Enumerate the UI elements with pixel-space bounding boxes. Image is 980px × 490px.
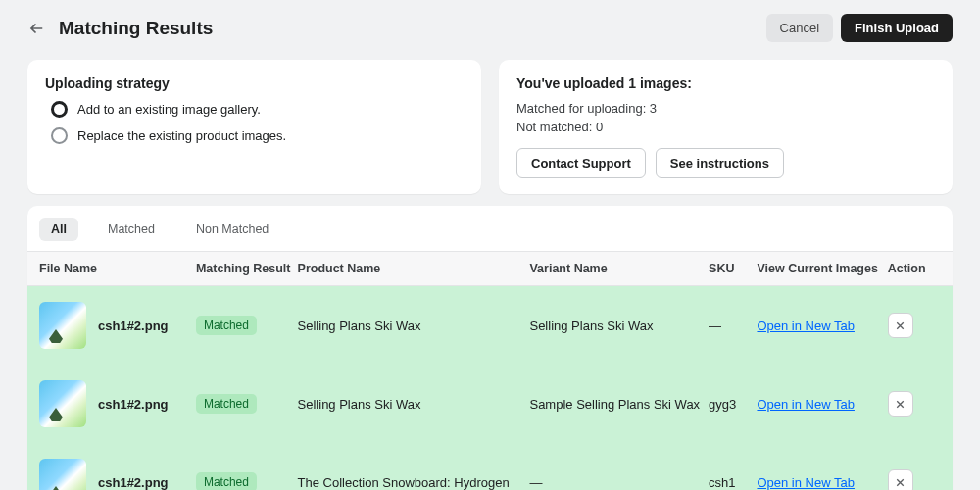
sku: gyg3 — [709, 397, 757, 412]
finish-upload-button[interactable]: Finish Upload — [841, 14, 953, 42]
back-arrow-icon[interactable] — [27, 19, 47, 38]
cancel-button[interactable]: Cancel — [766, 14, 833, 42]
product-name: Selling Plans Ski Wax — [298, 397, 530, 412]
open-new-tab-link[interactable]: Open in New Tab — [757, 397, 855, 412]
remove-button[interactable] — [888, 391, 913, 416]
variant-name: Sample Selling Plans Ski Wax — [529, 397, 709, 412]
strategy-title: Uploading strategy — [45, 75, 464, 91]
file-name: csh1#2.png — [98, 318, 169, 333]
close-icon — [894, 319, 906, 332]
status-badge: Matched — [196, 472, 257, 490]
thumbnail — [39, 459, 86, 490]
summary-notmatched: Not matched: 0 — [516, 120, 935, 134]
col-file: File Name — [39, 262, 196, 275]
col-sku: SKU — [709, 262, 757, 275]
tabs: All Matched Non Matched — [27, 206, 953, 251]
table-header: File Name Matching Result Product Name V… — [27, 251, 953, 286]
summary-matched: Matched for uploading: 3 — [516, 101, 935, 116]
page-title: Matching Results — [59, 18, 213, 39]
radio-add-existing[interactable]: Add to an existing image gallery. — [51, 101, 464, 118]
status-badge: Matched — [196, 316, 257, 335]
col-variant: Variant Name — [529, 262, 709, 275]
col-product: Product Name — [298, 262, 530, 275]
summary-card: You've uploaded 1 images: Matched for up… — [499, 60, 953, 194]
contact-support-button[interactable]: Contact Support — [516, 148, 646, 178]
close-icon — [894, 398, 906, 411]
strategy-card: Uploading strategy Add to an existing im… — [27, 60, 481, 194]
radio-icon — [51, 127, 68, 144]
open-new-tab-link[interactable]: Open in New Tab — [757, 475, 855, 490]
thumbnail — [39, 380, 86, 427]
tab-non-matched[interactable]: Non Matched — [184, 218, 280, 241]
remove-button[interactable] — [888, 313, 913, 338]
product-name: Selling Plans Ski Wax — [298, 318, 530, 333]
table-row: csh1#2.png Matched Selling Plans Ski Wax… — [27, 365, 953, 443]
summary-title: You've uploaded 1 images: — [516, 75, 935, 91]
sku: csh1 — [709, 475, 757, 490]
results-card: All Matched Non Matched File Name Matchi… — [27, 206, 953, 490]
col-match: Matching Result — [196, 262, 298, 275]
see-instructions-button[interactable]: See instructions — [656, 148, 784, 178]
variant-name: Selling Plans Ski Wax — [529, 318, 709, 333]
tab-matched[interactable]: Matched — [96, 218, 167, 241]
col-view: View Current Images — [757, 262, 887, 275]
tab-all[interactable]: All — [39, 218, 78, 241]
radio-icon — [51, 101, 68, 118]
status-badge: Matched — [196, 394, 257, 414]
open-new-tab-link[interactable]: Open in New Tab — [757, 318, 855, 333]
close-icon — [894, 476, 906, 489]
sku: — — [709, 318, 757, 333]
thumbnail — [39, 302, 86, 349]
radio-label: Add to an existing image gallery. — [77, 102, 261, 117]
col-action: Action — [888, 262, 941, 275]
radio-replace[interactable]: Replace the existing product images. — [51, 127, 464, 144]
remove-button[interactable] — [888, 469, 913, 490]
table-row: csh1#2.png Matched The Collection Snowbo… — [27, 443, 953, 490]
file-name: csh1#2.png — [98, 397, 169, 412]
table-row: csh1#2.png Matched Selling Plans Ski Wax… — [27, 286, 953, 365]
radio-label: Replace the existing product images. — [77, 128, 286, 143]
variant-name: — — [529, 475, 709, 490]
file-name: csh1#2.png — [98, 475, 169, 490]
product-name: The Collection Snowboard: Hydrogen — [298, 475, 530, 490]
page-header: Matching Results Cancel Finish Upload — [27, 14, 953, 42]
